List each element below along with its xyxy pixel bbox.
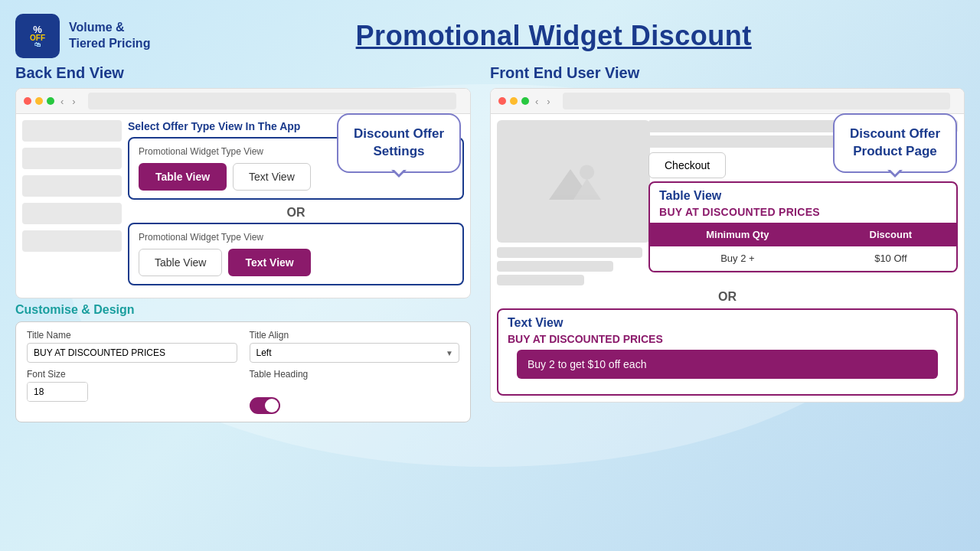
text-view-widget-title: Text View bbox=[498, 310, 956, 333]
logo: % OFF 🛍 bbox=[15, 14, 60, 58]
left-discount-bubble: Discount Offer Settings bbox=[337, 113, 461, 173]
table-row: Buy 2 + $10 Off bbox=[650, 246, 956, 271]
logo-icon: % OFF 🛍 bbox=[30, 24, 45, 48]
prod-bar-2 bbox=[497, 261, 613, 272]
title-name-label: Title Name bbox=[27, 330, 237, 341]
col-discount: Discount bbox=[825, 223, 956, 246]
page-title: Promotional Widget Discount bbox=[150, 20, 957, 52]
text-buy-title: BUY AT DISCOUNTED PRICES bbox=[498, 333, 956, 350]
browser-url-bar bbox=[88, 93, 456, 109]
right-browser-url-bar bbox=[563, 93, 950, 109]
discount-table: Minimum Qty Discount Buy 2 + $10 Off bbox=[650, 223, 956, 271]
right-browser-back-btn[interactable]: ‹ bbox=[533, 96, 541, 107]
title-name-input[interactable] bbox=[27, 343, 237, 363]
checkout-button[interactable]: Checkout bbox=[648, 152, 726, 178]
view-buttons-2: Table View Text View bbox=[139, 249, 453, 276]
font-size-row: Font Size px Table Heading bbox=[27, 369, 459, 414]
left-section-title: Back End View bbox=[15, 64, 471, 82]
product-image-col bbox=[497, 120, 642, 285]
table-view-widget: Table View BUY AT DISCOUNTED PRICES Mini… bbox=[648, 181, 958, 272]
font-size-label: Font Size bbox=[27, 369, 237, 380]
right-section-title: Front End User View bbox=[490, 64, 965, 82]
title-name-group: Title Name bbox=[27, 330, 237, 363]
table-view-btn-inactive[interactable]: Table View bbox=[139, 249, 222, 276]
widget-type-label-2: Promotional Widget Type View bbox=[139, 232, 453, 243]
sidebar-bar-3 bbox=[22, 175, 122, 197]
svg-point-2 bbox=[580, 165, 594, 179]
form-row-1: Title Name Title Align Left ▼ bbox=[27, 330, 459, 363]
table-view-widget-title: Table View bbox=[650, 183, 956, 206]
sidebar-bar-4 bbox=[22, 203, 122, 224]
table-view-btn-active[interactable]: Table View bbox=[139, 163, 227, 191]
right-dot-red bbox=[498, 97, 506, 105]
title-align-select-wrapper: Left ▼ bbox=[250, 343, 460, 363]
widget-box-text: Promotional Widget Type View Table View … bbox=[128, 223, 464, 285]
sidebar-bar-1 bbox=[22, 120, 122, 142]
title-align-select[interactable]: Left bbox=[250, 343, 460, 363]
brand-name: Volume & Tiered Pricing bbox=[69, 20, 150, 52]
customise-label: Customise & Design bbox=[15, 303, 471, 317]
prod-bar-1 bbox=[497, 247, 642, 258]
right-dot-yellow bbox=[510, 97, 518, 105]
browser-forward-btn[interactable]: › bbox=[70, 96, 77, 107]
col-min-qty: Minimum Qty bbox=[650, 223, 825, 246]
table-buy-title: BUY AT DISCOUNTED PRICES bbox=[650, 206, 956, 223]
dot-yellow bbox=[35, 97, 43, 105]
text-view-offer-row: Buy 2 to get $10 off each bbox=[517, 350, 938, 379]
table-heading-toggle[interactable] bbox=[250, 397, 280, 414]
right-dot-green bbox=[521, 97, 529, 105]
text-view-offer-text: Buy 2 to get $10 off each bbox=[528, 358, 646, 370]
table-heading-label: Table Heading bbox=[250, 369, 460, 380]
prod-bar-3 bbox=[497, 275, 584, 285]
left-browser-bar: ‹ › bbox=[16, 89, 470, 114]
right-browser-bar: ‹ › bbox=[491, 89, 964, 114]
left-sidebar bbox=[22, 120, 122, 292]
browser-back-btn[interactable]: ‹ bbox=[58, 96, 66, 107]
product-image bbox=[497, 120, 650, 243]
row-discount: $10 Off bbox=[825, 246, 956, 271]
or-divider-1: OR bbox=[128, 206, 464, 220]
right-discount-bubble: Discount Offer Product Page bbox=[833, 113, 957, 173]
font-size-group: Font Size px bbox=[27, 369, 237, 402]
customise-box: Title Name Title Align Left ▼ bbox=[15, 321, 471, 422]
dot-green bbox=[47, 97, 54, 105]
or-divider-right: OR bbox=[497, 290, 958, 304]
sidebar-bar-5 bbox=[22, 230, 122, 252]
right-browser-forward-btn[interactable]: › bbox=[544, 96, 552, 107]
dot-red bbox=[24, 97, 31, 105]
text-view-btn-inactive-1[interactable]: Text View bbox=[233, 163, 311, 191]
text-view-widget: Text View BUY AT DISCOUNTED PRICES Buy 2… bbox=[497, 308, 958, 396]
text-view-btn-active[interactable]: Text View bbox=[228, 249, 310, 276]
toggle-knob bbox=[265, 399, 279, 412]
row-qty: Buy 2 + bbox=[650, 246, 825, 271]
title-align-group: Title Align Left ▼ bbox=[250, 330, 460, 363]
title-align-label: Title Align bbox=[250, 330, 460, 341]
font-size-input-wrap: px bbox=[27, 382, 88, 402]
sidebar-bar-2 bbox=[22, 148, 122, 169]
table-heading-group: Table Heading bbox=[250, 369, 460, 414]
font-size-input[interactable] bbox=[28, 383, 88, 401]
header: % OFF 🛍 Volume & Tiered Pricing Promotio… bbox=[0, 0, 980, 58]
